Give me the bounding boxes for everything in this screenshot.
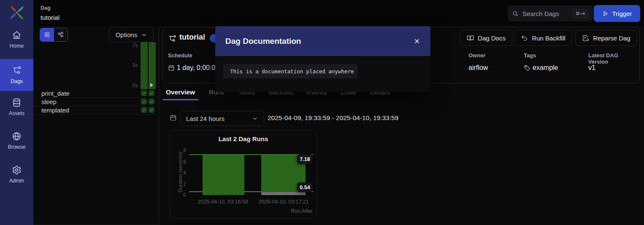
task-success-icon[interactable] — [141, 107, 147, 113]
run-backfill-label: Run Backfill — [532, 35, 565, 42]
sidebar-item-label: Admin — [9, 178, 24, 184]
task-row[interactable]: templated — [33, 106, 159, 115]
y-tick: 2 — [179, 181, 186, 187]
tags-label: Tags — [524, 52, 536, 59]
task-success-icon[interactable] — [149, 99, 154, 104]
modal-title: Dag Documentation — [225, 37, 301, 46]
dag-run-bar[interactable] — [141, 42, 148, 89]
reparse-dag-button[interactable]: Reparse Dag — [575, 30, 637, 46]
chevron-down-icon — [141, 32, 147, 38]
grid-view-button[interactable] — [40, 28, 54, 41]
topbar: Dag tutorial ⌘+K Trigger — [33, 0, 644, 26]
database-icon — [12, 98, 22, 107]
close-icon[interactable]: ✕ — [411, 35, 423, 47]
view-toggle-group — [40, 28, 68, 42]
run-duration-bar[interactable] — [203, 155, 244, 195]
gear-icon — [12, 165, 22, 175]
task-name: print_date — [41, 90, 70, 97]
dag-runs-chart-card: Last 2 Dag Runs Duration (seconds) 8 6 4… — [170, 130, 317, 219]
sidebar-item-admin[interactable]: Admin — [0, 158, 33, 190]
dag-docs-button[interactable]: Dag Docs — [460, 30, 512, 46]
reparse-dag-label: Reparse Dag — [593, 35, 630, 42]
dag-icon — [168, 35, 176, 43]
duration-tick: 7s — [126, 43, 138, 48]
x-tick: 2025-04-10, 03:17:21 — [258, 199, 309, 205]
airflow-logo-icon[interactable] — [8, 4, 26, 21]
topbar-dag-name: tutorial — [41, 14, 60, 21]
options-label: Options — [116, 31, 138, 38]
x-tick: 2025-04-10, 03:16:58 — [198, 199, 248, 205]
sidebar-item-dags[interactable]: Dags — [0, 59, 33, 91]
task-name: sleep — [41, 98, 57, 105]
y-tick: 4 — [179, 170, 186, 176]
chevron-down-icon — [252, 115, 258, 121]
dag-run-bar[interactable] — [149, 42, 156, 89]
y-tick: 8 — [179, 147, 186, 153]
sidebar-item-home[interactable]: Home — [0, 27, 33, 52]
book-icon — [467, 35, 474, 42]
sidebar-item-browse[interactable]: Browse — [0, 125, 33, 157]
play-icon — [602, 11, 609, 17]
sidebar-item-label: Home — [10, 43, 24, 49]
dag-runs-plot: 7.18 0.54 — [189, 147, 314, 195]
run-backfill-button[interactable]: Run Backfill — [514, 30, 572, 46]
owner-value: airflow — [468, 64, 488, 72]
sidebar-item-label: Assets — [9, 110, 25, 116]
options-button[interactable]: Options — [109, 27, 154, 42]
task-row[interactable]: sleep — [33, 98, 159, 106]
graph-view-button[interactable] — [54, 28, 68, 41]
grid-icon — [44, 32, 50, 38]
duration-tick: 3s — [126, 62, 138, 68]
date-range-text: 2025-04-09, 19:33:59 - 2025-04-10, 19:33… — [268, 114, 398, 122]
sidebar-item-label: Dags — [11, 78, 23, 84]
version-value: v1 — [588, 64, 595, 72]
tasks-panel: Options 7s 3s 0s print_date sleep templa… — [33, 26, 159, 225]
duration-annotation: 7.18 — [297, 154, 313, 164]
dag-title: tutorial — [179, 33, 205, 42]
dag-icon — [12, 66, 22, 75]
task-name: templated — [41, 107, 69, 114]
duration-tick: 0s — [126, 83, 138, 88]
y-tick: 0 — [179, 192, 186, 198]
sidebar-item-label: Browse — [8, 144, 26, 150]
tag-icon — [524, 64, 530, 71]
schedule-label: Schedule — [168, 52, 192, 59]
time-range-value: Last 24 hours — [186, 115, 252, 122]
search-shortcut-badge: ⌘+K — [573, 10, 588, 18]
undo-icon — [521, 35, 528, 42]
sidebar-item-assets[interactable]: Assets — [0, 91, 33, 123]
y-tick: 6 — [179, 159, 186, 165]
globe-icon — [12, 131, 22, 141]
home-icon — [12, 30, 22, 40]
time-range-select[interactable]: Last 24 hours — [180, 111, 264, 126]
tab-overview[interactable]: Overview — [162, 84, 198, 100]
search-dags-box[interactable]: ⌘+K — [508, 5, 593, 21]
x-axis-label: Run After — [291, 208, 313, 214]
documentation-code-block: This is a documentation placed anywhere — [223, 64, 357, 78]
sidebar: Home Dags Assets Browse Admin — [0, 0, 33, 225]
trigger-label: Trigger — [612, 10, 632, 17]
airflow-dag-page: Home Dags Assets Browse Admin — [0, 0, 644, 225]
task-success-icon[interactable] — [149, 107, 154, 113]
modal-body: This is a documentation placed anywhere — [215, 56, 430, 92]
task-row[interactable]: print_date — [33, 89, 159, 98]
queued-duration-bar[interactable] — [261, 192, 306, 195]
version-label: Latest DAG Version — [588, 52, 639, 65]
file-refresh-icon — [582, 35, 589, 42]
chart-title: Last 2 Dag Runs — [170, 135, 317, 142]
task-success-icon[interactable] — [141, 99, 147, 104]
task-success-icon[interactable] — [141, 90, 147, 96]
task-success-icon[interactable] — [149, 90, 154, 96]
trigger-button[interactable]: Trigger — [594, 5, 640, 22]
owner-label: Owner — [468, 52, 485, 59]
search-input[interactable] — [522, 10, 569, 17]
dag-documentation-modal: Dag Documentation ✕ This is a documentat… — [215, 26, 430, 92]
calendar-icon — [168, 64, 175, 71]
duration-annotation: 0.54 — [297, 182, 313, 192]
search-icon — [512, 11, 519, 17]
breadcrumb: Dag — [41, 5, 51, 11]
tag-badge[interactable]: example — [524, 64, 558, 72]
play-marker-icon — [150, 83, 153, 87]
calendar-icon — [170, 114, 177, 121]
graph-icon — [57, 32, 64, 38]
